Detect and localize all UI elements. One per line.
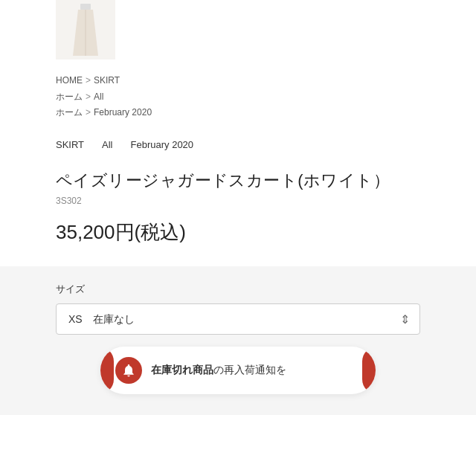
restock-bell-icon: [115, 357, 142, 384]
breadcrumb-row-1: HOME > SKIRT: [56, 73, 420, 89]
bell-svg: [121, 363, 136, 378]
breadcrumb-home-1[interactable]: HOME: [56, 73, 83, 89]
product-price: 35,200円(税込): [56, 219, 420, 245]
breadcrumb-row-3: ホーム > February 2020: [56, 105, 420, 121]
tab-february-2020[interactable]: February 2020: [131, 139, 194, 150]
breadcrumb-home-3[interactable]: ホーム: [56, 105, 83, 121]
breadcrumb-link-1[interactable]: SKIRT: [94, 73, 120, 89]
restock-text-suffix: の再入荷通知を: [213, 364, 286, 376]
product-sku: 3S302: [56, 196, 420, 206]
size-select-wrapper: XS 在庫なし S 在庫なし M 在庫なし ⇕: [56, 303, 420, 335]
breadcrumb-sep-3: >: [86, 105, 91, 121]
breadcrumb-home-2[interactable]: ホーム: [56, 89, 83, 106]
breadcrumb-row-2: ホーム > All: [56, 89, 420, 106]
size-section: サイズ XS 在庫なし S 在庫なし M 在庫なし ⇕ 在庫切れ商品の再入荷通知…: [0, 266, 476, 415]
size-select[interactable]: XS 在庫なし S 在庫なし M 在庫なし: [56, 303, 420, 335]
banner-right-decoration: [362, 347, 376, 394]
breadcrumb-sep-2: >: [86, 89, 91, 106]
restock-text: 在庫切れ商品の再入荷通知を: [151, 363, 286, 378]
tab-skirt[interactable]: SKIRT: [56, 139, 84, 150]
restock-banner[interactable]: 在庫切れ商品の再入荷通知を: [100, 347, 376, 394]
svg-rect-0: [80, 4, 91, 10]
product-title: ペイズリージャガードスカート(ホワイト）: [56, 168, 420, 193]
restock-text-highlight: 在庫切れ商品: [151, 364, 213, 376]
tab-navigation: SKIRT All February 2020: [0, 121, 476, 158]
breadcrumb-section: HOME > SKIRT ホーム > All ホーム > February 20…: [0, 67, 476, 121]
product-thumbnail: [56, 0, 115, 60]
breadcrumb-link-2[interactable]: All: [94, 89, 103, 106]
product-info: ペイズリージャガードスカート(ホワイト） 3S302 35,200円(税込): [0, 158, 476, 245]
thumbnail-image: [67, 4, 104, 56]
size-label: サイズ: [56, 283, 420, 296]
banner-left-decoration: [100, 347, 114, 394]
breadcrumb-link-3[interactable]: February 2020: [94, 105, 152, 121]
tab-all[interactable]: All: [102, 139, 112, 150]
breadcrumb-sep-1: >: [86, 73, 91, 89]
